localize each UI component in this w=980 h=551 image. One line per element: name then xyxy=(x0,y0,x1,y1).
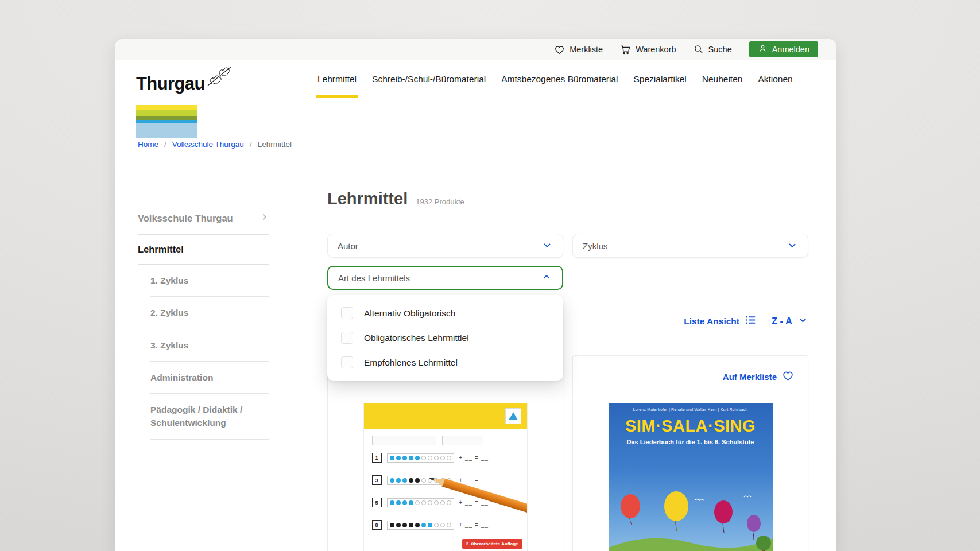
sidebar-item-lehrmittel[interactable]: Lehrmittel xyxy=(138,235,269,265)
view-toggle-liste[interactable]: Liste Ansicht xyxy=(684,314,757,328)
chevron-down-icon xyxy=(787,239,798,253)
checkbox-empfohlenes-lehrmittel[interactable] xyxy=(341,356,353,368)
breadcrumb-current: Lehrmittel xyxy=(258,140,292,149)
breadcrumb-home[interactable]: Home xyxy=(138,140,158,149)
nav-neuheiten[interactable]: Neuheiten xyxy=(702,60,743,98)
stripe-yellow xyxy=(136,105,197,110)
signin-button[interactable]: Anmelden xyxy=(749,41,818,57)
filter-zyklus-label: Zyklus xyxy=(583,241,607,251)
search-icon xyxy=(694,44,704,55)
stripe-lightblue xyxy=(136,123,197,138)
name-field-box xyxy=(372,436,436,445)
cover-illustration xyxy=(609,483,773,551)
sort-order-dropdown[interactable]: Z - A xyxy=(772,315,808,328)
wishlist-label: Auf Merkliste xyxy=(723,372,777,382)
cart-icon xyxy=(620,44,631,55)
sidebar-item-1-zyklus[interactable]: 1. Zyklus xyxy=(150,265,269,297)
brand-wordmark: Thurgau xyxy=(136,75,205,92)
option-label: Empfohlenes Lehrmittel xyxy=(364,358,458,368)
stripe-lightgreen xyxy=(136,110,197,116)
filter-zyklus-dropdown[interactable]: Zyklus xyxy=(572,234,808,258)
chevron-up-icon xyxy=(541,271,552,285)
sidebar-item-volksschule-thurgau[interactable]: Volksschule Thurgau xyxy=(138,209,269,235)
breadcrumb-volksschule-thurgau[interactable]: Volksschule Thurgau xyxy=(172,140,244,149)
nav-schreib-schul-bueromaterial[interactable]: Schreib-/Schul-/Büromaterial xyxy=(372,60,486,98)
category-sidebar: Volksschule Thurgau Lehrmittel 1. Zyklus… xyxy=(138,209,269,440)
math-workbook-cover[interactable]: 1 + __ = __ 3 xyxy=(363,403,528,551)
product-card-math-workbook[interactable]: Auf Merkliste xyxy=(327,355,563,551)
filter-art-label: Art des Lehrmittels xyxy=(338,273,410,283)
nav-spezialartikel[interactable]: Spezialartikel xyxy=(634,60,687,98)
heart-icon xyxy=(782,370,794,383)
main-header: Thurgau Lehrmittel Schreib-/Schul-/Bürom… xyxy=(115,60,836,98)
main-content: Lehrmittel 1932 Produkte Autor Zyklus xyxy=(327,189,808,551)
nav-lehrmittel[interactable]: Lehrmittel xyxy=(317,60,357,98)
sidebar-item-3-zyklus[interactable]: 3. Zyklus xyxy=(150,329,269,362)
edition-badge: 2. überarbeitete Auflage xyxy=(462,539,522,549)
sidebar-item-paedagogik[interactable]: Pädagogik / Didaktik / Schulentwicklung xyxy=(150,394,269,440)
product-count: 1932 Produkte xyxy=(416,197,464,206)
canton-color-block xyxy=(136,105,197,138)
wishlist-top-link[interactable]: Merkliste xyxy=(554,44,603,55)
cover-exercise-rows: 1 + __ = __ 3 xyxy=(372,453,519,530)
sidebar-item-administration[interactable]: Administration xyxy=(150,362,269,394)
page-title: Lehrmittel xyxy=(327,189,408,208)
chevron-down-icon xyxy=(541,239,553,253)
checkbox-alternativ-obligatorisch[interactable] xyxy=(341,307,353,319)
sort-order-label: Z - A xyxy=(772,316,792,327)
checkbox-obligatorisches-lehrmittel[interactable] xyxy=(341,332,353,344)
brand-logo[interactable]: Thurgau xyxy=(136,65,233,92)
product-grid: Auf Merkliste xyxy=(327,355,808,551)
list-icon xyxy=(745,314,757,328)
filter-bar: Autor Zyklus Art des Lehrmittels xyxy=(327,234,808,290)
option-obligatorisches-lehrmittel[interactable]: Obligatorisches Lehrmittlel xyxy=(327,325,563,350)
filter-art-dropdown[interactable]: Art des Lehrmittels xyxy=(327,266,563,290)
search-label: Suche xyxy=(708,45,732,54)
view-toggle-label: Liste Ansicht xyxy=(684,316,739,327)
chevron-right-icon xyxy=(259,212,269,224)
utility-bar: Merkliste Warenkorb Suche xyxy=(115,39,836,60)
option-empfohlenes-lehrmittel[interactable]: Empfohlenes Lehrmittel xyxy=(327,350,563,375)
option-label: Obligatorisches Lehrmittlel xyxy=(364,333,469,343)
title-row: Lehrmittel 1932 Produkte xyxy=(327,189,808,208)
class-field-box xyxy=(442,436,483,445)
nav-aktionen[interactable]: Aktionen xyxy=(758,60,792,98)
cover-subtitle: Das Liederbuch für die 1. bis 6. Schulst… xyxy=(609,439,773,445)
nav-amtsbezogenes-bueromaterial[interactable]: Amtsbezogenes Büromaterial xyxy=(501,60,618,98)
heart-icon xyxy=(554,44,565,55)
art-dropdown-panel: Alternativ Obligatorisch Obligatorisches… xyxy=(327,295,563,381)
stripe-olive xyxy=(136,116,197,120)
cart-link[interactable]: Warenkorb xyxy=(620,44,676,55)
cover-yellow-band xyxy=(364,403,527,429)
thurgau-lions-icon xyxy=(205,65,233,92)
add-to-wishlist-button[interactable]: Auf Merkliste xyxy=(587,370,794,383)
exercise-row: 8 + __ = __ xyxy=(372,520,519,530)
wishlist-top-label: Merkliste xyxy=(570,45,603,54)
cover-title: SIM·SALA·SING xyxy=(609,417,773,436)
product-card-songbook[interactable]: Auf Merkliste Lorenz Maierhofer | Renate… xyxy=(572,355,808,551)
page-card: Merkliste Warenkorb Suche xyxy=(115,39,836,551)
search-button[interactable]: Suche xyxy=(694,44,732,55)
sidebar-parent-label: Volksschule Thurgau xyxy=(138,213,233,224)
exercise-row: 1 + __ = __ xyxy=(372,453,519,463)
chevron-down-icon xyxy=(797,315,808,328)
option-label: Alternativ Obligatorisch xyxy=(364,308,455,319)
breadcrumb-separator: / xyxy=(250,140,252,149)
sidebar-item-2-zyklus[interactable]: 2. Zyklus xyxy=(150,297,269,329)
person-icon xyxy=(758,44,768,55)
songbook-cover[interactable]: Lorenz Maierhofer | Renate und Walter Ke… xyxy=(609,403,773,551)
filter-autor-dropdown[interactable]: Autor xyxy=(327,234,563,258)
filter-autor-label: Autor xyxy=(338,241,358,251)
cover-authors: Lorenz Maierhofer | Renate und Walter Ke… xyxy=(609,408,773,412)
main-nav: Lehrmittel Schreib-/Schul-/Büromaterial … xyxy=(317,60,793,98)
cover-name-fields xyxy=(372,436,483,445)
cart-label: Warenkorb xyxy=(636,45,676,54)
breadcrumb-separator: / xyxy=(164,140,166,149)
breadcrumb: Home / Volksschule Thurgau / Lehrmittel xyxy=(138,140,292,149)
math-series-triangle-icon xyxy=(505,408,521,424)
signin-label: Anmelden xyxy=(772,45,809,54)
option-alternativ-obligatorisch[interactable]: Alternativ Obligatorisch xyxy=(327,301,563,325)
